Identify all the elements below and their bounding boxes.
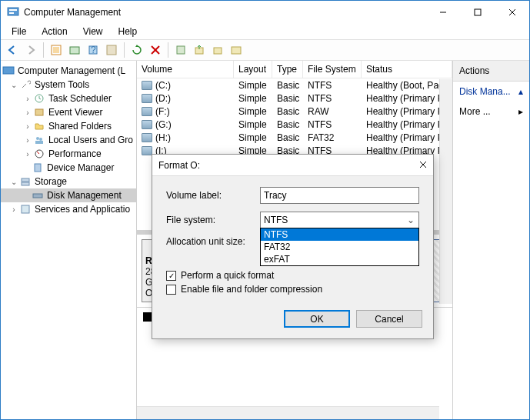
dialog-titlebar: Format O: — [152, 155, 433, 176]
toolbar-icon-4[interactable] — [103, 42, 120, 58]
toolbar-icon-6[interactable] — [191, 42, 208, 58]
tree-services[interactable]: ›Services and Applicatio — [1, 202, 136, 216]
svg-rect-24 — [35, 141, 43, 144]
svg-rect-2 — [9, 12, 14, 14]
svg-rect-19 — [3, 67, 14, 74]
svg-rect-28 — [22, 178, 29, 182]
chevron-down-icon[interactable]: ⌄ — [8, 81, 19, 89]
chevron-right-icon[interactable]: › — [22, 150, 33, 158]
menu-view[interactable]: View — [77, 25, 109, 38]
table-row[interactable]: (F:)SimpleBasicRAWHealthy (Primary Part — [137, 105, 452, 118]
minimize-button[interactable] — [425, 1, 460, 24]
table-row[interactable]: (G:)SimpleBasicNTFSHealthy (Primary Part — [137, 118, 452, 131]
actions-pane: Actions Disk Mana... ▴ More ... ▸ — [453, 61, 529, 419]
toolbar-icon-1[interactable] — [48, 42, 65, 58]
svg-rect-8 — [53, 47, 59, 53]
computer-icon — [2, 65, 15, 77]
col-volume[interactable]: Volume — [137, 61, 234, 78]
navigation-tree: Computer Management (L ⌄ System Tools ›T… — [1, 61, 137, 419]
menu-file[interactable]: File — [5, 25, 32, 38]
horizontal-scrollbar[interactable] — [137, 406, 439, 419]
svg-point-23 — [39, 138, 42, 141]
performance-icon — [33, 148, 45, 160]
actions-more[interactable]: More ... ▸ — [453, 102, 529, 122]
clock-icon — [33, 92, 45, 105]
table-row[interactable]: (C:)SimpleBasicNTFSHealthy (Boot, Page F — [137, 78, 452, 92]
fs-option-ntfs[interactable]: NTFS — [261, 228, 418, 241]
col-layout[interactable]: Layout — [234, 61, 272, 78]
tree-system-tools[interactable]: ⌄ System Tools — [1, 78, 136, 92]
folder-icon — [33, 120, 45, 132]
svg-rect-27 — [35, 164, 41, 172]
format-dialog: Format O: Volume label: File system: NTF… — [152, 154, 434, 339]
table-row[interactable]: (D:)SimpleBasicNTFSHealthy (Primary Part — [137, 92, 452, 105]
filesystem-value: NTFS — [264, 215, 288, 225]
chevron-right-icon[interactable]: › — [22, 136, 33, 145]
quick-format-row[interactable]: ✓ Perform a quick format — [166, 270, 419, 281]
app-icon — [7, 6, 19, 18]
tree-task-scheduler[interactable]: ›Task Scheduler — [1, 92, 136, 105]
chevron-right-icon: ▸ — [518, 106, 523, 117]
event-icon — [33, 106, 45, 118]
compression-row[interactable]: Enable file and folder compression — [166, 284, 419, 295]
toolbar-icon-8[interactable] — [228, 42, 245, 58]
toolbar-icon-7[interactable] — [209, 42, 226, 58]
tree-performance[interactable]: ›Performance — [1, 147, 136, 161]
col-type[interactable]: Type — [272, 61, 303, 78]
back-button[interactable] — [4, 42, 21, 58]
dialog-title: Format O: — [158, 160, 419, 171]
forward-button[interactable] — [22, 42, 39, 58]
tree-shared-folders[interactable]: ›Shared Folders — [1, 119, 136, 133]
filesystem-combobox[interactable]: NTFS ⌄ NTFS FAT32 exFAT — [260, 212, 419, 228]
tree-event-viewer[interactable]: ›Event Viewer — [1, 105, 136, 119]
svg-rect-12 — [107, 45, 116, 55]
window-title: Computer Management — [24, 7, 425, 18]
tree-storage[interactable]: ⌄Storage — [1, 175, 136, 188]
menu-help[interactable]: Help — [112, 25, 144, 38]
toolbar-icon-2[interactable] — [66, 42, 83, 58]
col-status[interactable]: Status — [362, 61, 452, 78]
svg-rect-4 — [475, 9, 481, 15]
compression-checkbox[interactable] — [166, 285, 176, 295]
actions-disk-management[interactable]: Disk Mana... ▴ — [453, 82, 529, 102]
chevron-right-icon[interactable]: › — [22, 95, 33, 103]
quick-format-checkbox[interactable]: ✓ — [166, 271, 176, 281]
dialog-close-button[interactable] — [419, 160, 427, 171]
svg-rect-1 — [9, 9, 17, 11]
collapse-icon: ▴ — [518, 86, 523, 97]
chevron-right-icon[interactable]: › — [22, 122, 33, 131]
ok-button[interactable]: OK — [284, 310, 350, 328]
svg-rect-21 — [35, 109, 43, 115]
volume-label-input[interactable] — [260, 187, 419, 204]
fs-option-exfat[interactable]: exFAT — [261, 253, 418, 265]
toolbar: ? — [1, 39, 529, 61]
tree-disk-management[interactable]: Disk Management — [1, 188, 136, 202]
tree-root[interactable]: Computer Management (L — [1, 64, 136, 78]
chevron-down-icon: ⌄ — [405, 214, 417, 226]
chevron-right-icon[interactable]: › — [22, 108, 33, 117]
svg-point-22 — [36, 137, 39, 140]
close-button[interactable] — [495, 1, 529, 24]
fs-option-fat32[interactable]: FAT32 — [261, 241, 418, 253]
svg-rect-31 — [22, 205, 29, 213]
delete-icon[interactable] — [147, 42, 164, 58]
filesystem-dropdown: NTFS FAT32 exFAT — [260, 228, 419, 266]
refresh-icon[interactable] — [128, 42, 145, 58]
svg-text:?: ? — [91, 45, 96, 55]
svg-rect-15 — [177, 46, 185, 54]
toolbar-icon-3[interactable]: ? — [85, 42, 102, 58]
table-row[interactable]: (H:)SimpleBasicFAT32Healthy (Primary Par… — [137, 131, 452, 144]
chevron-down-icon[interactable]: ⌄ — [8, 178, 19, 186]
col-filesystem[interactable]: File System — [303, 61, 362, 78]
svg-rect-18 — [232, 47, 241, 54]
chevron-right-icon[interactable]: › — [8, 205, 19, 214]
toolbar-icon-5[interactable] — [172, 42, 189, 58]
quick-format-label: Perform a quick format — [181, 270, 274, 281]
cancel-button[interactable]: Cancel — [356, 310, 422, 328]
tree-device-manager[interactable]: Device Manager — [1, 161, 136, 175]
maximize-button[interactable] — [460, 1, 495, 24]
svg-rect-0 — [8, 8, 18, 15]
tree-local-users[interactable]: ›Local Users and Gro — [1, 133, 136, 147]
menu-action[interactable]: Action — [35, 25, 73, 38]
vertical-scrollbar[interactable] — [439, 79, 452, 304]
